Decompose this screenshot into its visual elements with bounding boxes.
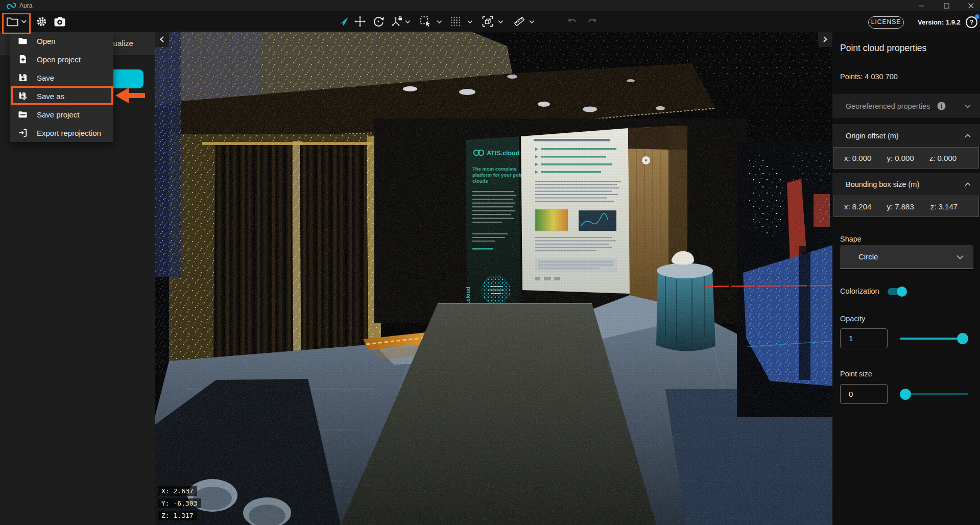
chevron-left-icon bbox=[159, 36, 164, 42]
origin-y: y: 0.000 bbox=[887, 154, 914, 162]
properties-panel: Point cloud properties Points: 4 030 700… bbox=[832, 32, 980, 525]
rectangle-select-chevron[interactable] bbox=[437, 20, 442, 24]
georeferenced-label: Georeferenced properties bbox=[846, 102, 930, 110]
colorization-label: Colorization bbox=[840, 287, 879, 295]
info-icon[interactable] bbox=[937, 102, 946, 110]
menu-item-export-reprojection[interactable]: Export reprojection bbox=[10, 124, 113, 142]
bounding-box-values: x: 8.204 y: 7.883 z: 3.147 bbox=[833, 196, 979, 217]
orbit-tool-button[interactable] bbox=[372, 15, 385, 28]
chevron-down-icon bbox=[467, 20, 473, 24]
point-size-slider-knob[interactable] bbox=[900, 389, 911, 400]
folder-save-icon bbox=[18, 110, 28, 119]
main-toolbar: LICENSE Version: 1.9.2 ? bbox=[0, 11, 980, 32]
menu-item-save-project[interactable]: Save project bbox=[10, 105, 113, 124]
chevron-right-icon bbox=[823, 36, 828, 42]
point-size-input[interactable]: 0 bbox=[840, 384, 888, 404]
shape-value: Circle bbox=[858, 245, 878, 269]
section-georeferenced-properties[interactable]: Georeferenced properties bbox=[832, 94, 980, 118]
points-count: Points: 4 030 700 bbox=[840, 73, 898, 81]
origin-offset-label: Origin offset (m) bbox=[846, 132, 899, 140]
redo-button[interactable] bbox=[586, 16, 597, 27]
collapse-left-panel-tab[interactable] bbox=[155, 32, 169, 47]
transform-axes-chevron[interactable] bbox=[405, 20, 411, 24]
origin-offset-values: x: 0.000 y: 0.000 z: 0.000 bbox=[833, 147, 979, 169]
maximize-button[interactable] bbox=[939, 1, 954, 10]
save-floppy-icon bbox=[18, 73, 28, 82]
measure-tool-button[interactable] bbox=[513, 15, 525, 28]
origin-x: x: 0.000 bbox=[844, 154, 871, 162]
cursor-coordinates-overlay: X: 2.637 Y: -6.303 Z: 1.317 bbox=[158, 486, 201, 523]
bbox-x: x: 8.204 bbox=[844, 202, 871, 211]
folder-open-icon bbox=[18, 36, 28, 45]
collapse-right-panel-tab[interactable] bbox=[818, 32, 832, 47]
menu-item-label: Export reprojection bbox=[37, 129, 101, 137]
close-icon bbox=[968, 3, 974, 9]
opacity-label: Opacity bbox=[840, 315, 865, 323]
axes-lock-icon bbox=[391, 15, 403, 28]
menu-item-label: Open bbox=[37, 37, 56, 45]
screenshot-button[interactable] bbox=[54, 16, 66, 27]
box-select-chevron[interactable] bbox=[498, 20, 504, 24]
orbit-rotate-icon bbox=[372, 15, 385, 28]
menu-item-label: Open project bbox=[37, 55, 81, 64]
coord-y: Y: -6.303 bbox=[158, 498, 201, 508]
menu-item-label: Save bbox=[37, 74, 54, 82]
box-select-icon bbox=[482, 15, 494, 28]
transform-axes-tool-button[interactable] bbox=[391, 15, 403, 28]
file-plus-icon bbox=[18, 55, 28, 64]
pan-move-icon bbox=[354, 15, 366, 28]
toggle-knob bbox=[897, 287, 907, 297]
chevron-up-icon bbox=[965, 182, 971, 186]
opacity-slider[interactable] bbox=[900, 333, 968, 344]
menu-item-open[interactable]: Open bbox=[10, 32, 113, 50]
annotation-arrow-left-icon bbox=[114, 87, 146, 104]
chevron-down-icon bbox=[965, 104, 971, 108]
app-title: Aura bbox=[19, 2, 32, 9]
annotation-box-file-button bbox=[2, 13, 31, 34]
bounding-box-label: Bounding box size (m) bbox=[846, 180, 919, 188]
help-notification-dot bbox=[975, 14, 979, 19]
maximize-icon bbox=[944, 3, 949, 9]
settings-button[interactable] bbox=[36, 16, 47, 28]
rectangle-select-tool-button[interactable] bbox=[419, 15, 432, 28]
menu-item-open-project[interactable]: Open project bbox=[10, 50, 113, 68]
export-icon bbox=[18, 128, 28, 137]
coord-x: X: 2.637 bbox=[158, 486, 197, 496]
menu-item-label: Save project bbox=[37, 110, 79, 119]
undo-button[interactable] bbox=[567, 16, 578, 27]
navigate-icon bbox=[337, 15, 349, 28]
app-logo-icon bbox=[7, 2, 17, 9]
measure-chevron[interactable] bbox=[529, 20, 535, 24]
annotation-box-save-as bbox=[11, 86, 113, 105]
opacity-slider-knob[interactable] bbox=[957, 333, 968, 344]
section-bounding-box[interactable]: Bounding box size (m) bbox=[832, 173, 980, 196]
chevron-down-icon bbox=[957, 255, 964, 259]
colorization-toggle[interactable] bbox=[888, 288, 906, 295]
minimize-button[interactable] bbox=[914, 1, 929, 10]
menu-item-save[interactable]: Save bbox=[10, 68, 113, 87]
redo-icon bbox=[586, 16, 597, 27]
chevron-up-icon bbox=[965, 134, 971, 138]
chevron-down-icon bbox=[529, 20, 535, 24]
license-button[interactable]: LICENSE bbox=[868, 16, 904, 29]
shape-label: Shape bbox=[840, 235, 862, 243]
point-size-label: Point size bbox=[840, 370, 872, 378]
point-grid-chevron[interactable] bbox=[467, 20, 473, 24]
chevron-down-icon bbox=[498, 20, 504, 24]
pan-tool-button[interactable] bbox=[354, 15, 366, 28]
point-size-value: 0 bbox=[849, 385, 853, 403]
rectangle-select-icon bbox=[419, 15, 432, 28]
viewport-canvas[interactable]: ATIS.cloud The most complete platform fo… bbox=[155, 32, 832, 525]
section-origin-offset[interactable]: Origin offset (m) bbox=[832, 124, 980, 147]
ruler-icon bbox=[513, 15, 525, 28]
point-grid-icon bbox=[449, 15, 462, 28]
point-size-slider[interactable] bbox=[900, 389, 968, 400]
box-select-tool-button[interactable] bbox=[482, 15, 494, 28]
opacity-input[interactable]: 1 bbox=[840, 328, 888, 348]
title-bar: Aura bbox=[0, 0, 980, 11]
panel-title: Point cloud properties bbox=[840, 43, 926, 54]
navigate-tool-button[interactable] bbox=[337, 15, 349, 28]
point-grid-tool-button[interactable] bbox=[449, 15, 462, 28]
shape-select[interactable]: Circle bbox=[840, 245, 973, 269]
close-button[interactable] bbox=[963, 1, 978, 10]
